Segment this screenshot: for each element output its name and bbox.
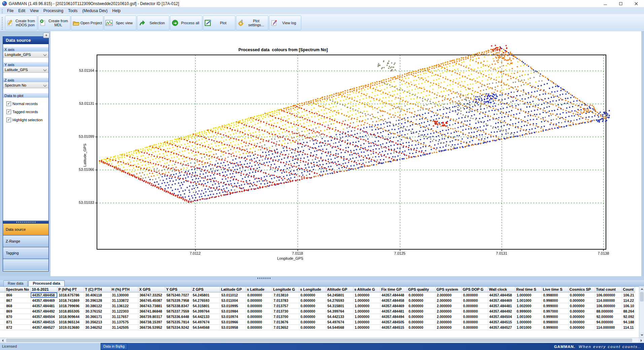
menu-processing[interactable]: Processing (41, 8, 66, 14)
table-cell[interactable]: 31.136122 (110, 303, 138, 309)
table-cell[interactable]: 30.356213 (84, 319, 110, 325)
menu-medusa-dev[interactable]: (Medusa Dev) (80, 8, 110, 14)
open-project-button[interactable]: Open Project (71, 15, 103, 30)
table-cell[interactable]: 54.276593 (326, 298, 353, 303)
table-cell[interactable]: 0.000000 (407, 309, 435, 314)
table-cell[interactable]: 1018.909644 (57, 314, 84, 319)
table-cell[interactable]: 1.000000 (353, 319, 380, 325)
table-cell[interactable]: 366743.73881 (138, 303, 165, 309)
column-header[interactable]: X GPS (138, 287, 165, 292)
table-cell[interactable]: 0.000000 (462, 309, 488, 314)
table-cell[interactable]: 44357.484505 (380, 319, 407, 325)
table-cell[interactable]: 44357.484458 (31, 292, 57, 298)
table-cell[interactable]: 54.442133 (191, 314, 220, 319)
table-cell[interactable]: 31.130000 (110, 292, 138, 298)
table-cell[interactable]: 0.000000 (299, 319, 326, 325)
table-cell[interactable]: 5875339.7958 (165, 298, 191, 303)
table-cell[interactable]: 5875340.7027 (165, 292, 191, 298)
column-header[interactable]: Real time S (515, 287, 542, 292)
row-indicator[interactable] (0, 292, 5, 298)
table-cell[interactable]: 94.000000 (595, 319, 622, 325)
table-cell[interactable]: 5875338.8347 (165, 303, 191, 309)
table-cell[interactable]: 0.000000 (568, 303, 595, 309)
table-cell[interactable]: 92.092 (622, 314, 635, 319)
column-header[interactable]: Live time S (542, 287, 568, 292)
close-icon[interactable] (629, 0, 644, 7)
minimize-icon[interactable] (598, 0, 613, 7)
column-header[interactable]: Cosmics SP (568, 287, 595, 292)
toolbar-grip[interactable] (2, 16, 3, 30)
table-cell[interactable]: 0.000000 (407, 325, 435, 330)
table-cell[interactable]: 2.000000 (435, 298, 462, 303)
table-cell[interactable]: 0.000000 (568, 309, 595, 314)
table-cell[interactable]: 1.001000 (515, 314, 542, 319)
table-cell[interactable]: 2.000000 (435, 314, 462, 319)
row-indicator[interactable] (0, 298, 5, 303)
table-cell[interactable]: 1.000000 (353, 298, 380, 303)
table-cell[interactable]: 53.010966 (220, 319, 246, 325)
table-cell[interactable]: 0.000000 (246, 303, 272, 309)
table-cell[interactable]: 0.000000 (299, 314, 326, 319)
column-header[interactable]: Fix time GP (380, 287, 407, 292)
y-axis-select[interactable]: Latitude_GPS (3, 67, 48, 73)
table-cell[interactable]: 54.245801 (326, 292, 353, 298)
row-header-cell[interactable]: 866 (5, 292, 31, 298)
table-cell[interactable]: 1.000000 (353, 309, 380, 314)
menu-view[interactable]: View (28, 8, 41, 14)
table-cell[interactable]: 1.000000 (353, 325, 380, 330)
tab-processed-data[interactable]: Processed data (28, 280, 64, 286)
create-from-mdl-button[interactable]: Create from MDL (38, 15, 70, 30)
table-cell[interactable]: 53.010984 (220, 309, 246, 314)
column-header[interactable]: 10-6-2021 (31, 287, 57, 292)
table-cell[interactable]: 0.998000 (542, 298, 568, 303)
table-cell[interactable]: 0.000000 (462, 298, 488, 303)
checkbox-normal-records[interactable]: ✓Normal records (6, 101, 38, 106)
row-indicator[interactable] (0, 303, 5, 309)
table-cell[interactable]: 44357.484469 (31, 298, 57, 303)
nav-tagging[interactable]: Tagging (3, 247, 48, 259)
table-cell[interactable]: 0.999000 (542, 325, 568, 330)
table-cell[interactable]: 92.000000 (595, 314, 622, 319)
maximize-icon[interactable] (613, 0, 629, 7)
column-header[interactable]: Count (622, 287, 635, 292)
table-cell[interactable]: 5875334.9242 (165, 325, 191, 330)
table-cell[interactable]: 0.000000 (568, 325, 595, 330)
table-cell[interactable]: 54.399764 (191, 309, 220, 314)
table-cell[interactable]: 0.998000 (542, 292, 568, 298)
table-cell[interactable]: 30.366171 (84, 314, 110, 319)
table-cell[interactable]: 5875336.6448 (165, 314, 191, 319)
menu-help[interactable]: Help (110, 8, 123, 14)
sidebar-splitter[interactable] (3, 221, 48, 223)
table-cell[interactable]: 0.000000 (462, 314, 488, 319)
table-cell[interactable]: 53.010974 (220, 314, 246, 319)
table-cell[interactable]: 44357.484492 (31, 309, 57, 314)
table-cell[interactable]: 1.001000 (515, 298, 542, 303)
table-cell[interactable]: 1.000000 (515, 292, 542, 298)
table-cell[interactable]: 30.376152 (84, 309, 110, 314)
menu-tools[interactable]: Tools (66, 8, 80, 14)
table-cell[interactable]: 1.000000 (515, 319, 542, 325)
row-header-cell[interactable]: 871 (5, 319, 31, 325)
row-indicator[interactable] (0, 319, 5, 325)
zoom-in-button[interactable]: + (43, 33, 49, 38)
column-header[interactable]: GPS DOP G (462, 287, 488, 292)
table-cell[interactable]: 106.000000 (595, 303, 622, 309)
table-cell[interactable]: 7.013676 (272, 319, 299, 325)
row-header-cell[interactable]: 868 (5, 303, 31, 309)
table-cell[interactable]: 54.497674 (326, 319, 353, 325)
table-cell[interactable]: 0.000000 (407, 314, 435, 319)
table-cell[interactable]: 0.000000 (246, 292, 272, 298)
table-cell[interactable]: 0.000000 (299, 309, 326, 314)
plot-button[interactable]: Plot (203, 15, 235, 30)
table-cell[interactable]: 106.21 (622, 292, 635, 298)
table-cell[interactable]: 2.000000 (435, 303, 462, 309)
table-cell[interactable]: 0.000000 (407, 303, 435, 309)
table-cell[interactable]: 44357.484527 (488, 325, 515, 330)
scroll-right-icon[interactable] (639, 338, 644, 343)
scroll-down-icon[interactable] (639, 332, 644, 338)
table-cell[interactable]: 0.000000 (246, 325, 272, 330)
table-cell[interactable]: 366738.15397 (138, 319, 165, 325)
column-header[interactable]: T (C) PTH (84, 287, 110, 292)
table-cell[interactable]: 44357.484469 (488, 298, 515, 303)
table-cell[interactable]: 7.013757 (272, 303, 299, 309)
